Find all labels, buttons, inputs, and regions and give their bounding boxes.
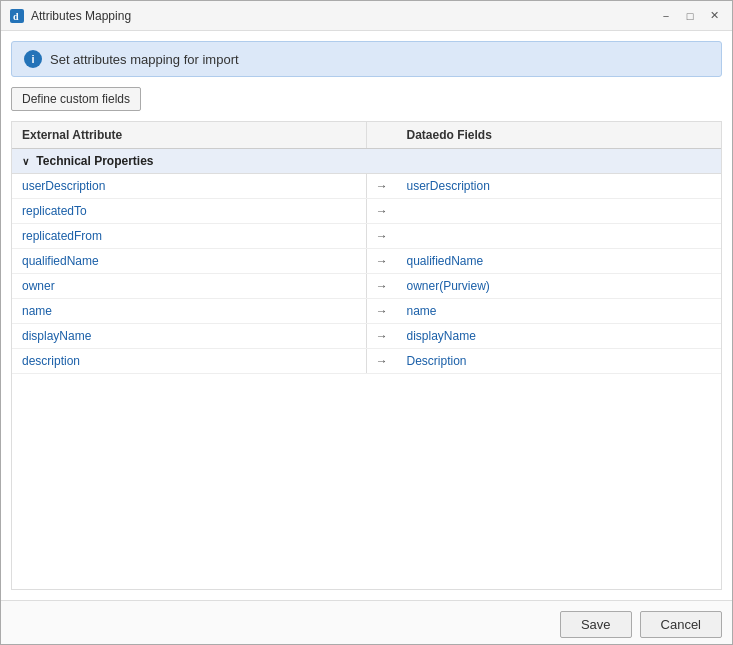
external-attribute-cell[interactable]: userDescription bbox=[12, 174, 367, 199]
app-icon: d bbox=[9, 8, 25, 24]
table-row: name→name bbox=[12, 299, 721, 324]
info-banner: i Set attributes mapping for import bbox=[11, 41, 722, 77]
dataedo-field-cell[interactable]: owner(Purview) bbox=[397, 274, 722, 299]
external-attribute-cell[interactable]: qualifiedName bbox=[12, 249, 367, 274]
table-row: displayName→displayName bbox=[12, 324, 721, 349]
table-row: description→Description bbox=[12, 349, 721, 374]
footer: Save Cancel bbox=[1, 600, 732, 644]
table-row: replicatedTo→ bbox=[12, 199, 721, 224]
minimize-button[interactable]: − bbox=[656, 6, 676, 26]
col-header-external: External Attribute bbox=[12, 122, 367, 149]
section-header-cell: ∨ Technical Properties bbox=[12, 149, 721, 174]
external-attribute-cell[interactable]: replicatedFrom bbox=[12, 224, 367, 249]
define-custom-fields-button[interactable]: Define custom fields bbox=[11, 87, 141, 111]
col-header-dataedo: Dataedo Fields bbox=[397, 122, 722, 149]
chevron-icon: ∨ bbox=[22, 156, 29, 167]
dataedo-field-cell[interactable]: name bbox=[397, 299, 722, 324]
arrow-icon: → bbox=[367, 349, 397, 374]
table-row: qualifiedName→qualifiedName bbox=[12, 249, 721, 274]
arrow-icon: → bbox=[367, 274, 397, 299]
arrow-icon: → bbox=[367, 324, 397, 349]
external-attribute-cell[interactable]: name bbox=[12, 299, 367, 324]
svg-text:d: d bbox=[13, 11, 19, 22]
external-attribute-cell[interactable]: description bbox=[12, 349, 367, 374]
attributes-table-container: External Attribute Dataedo Fields ∨ Tech… bbox=[11, 121, 722, 590]
dataedo-field-cell[interactable]: userDescription bbox=[397, 174, 722, 199]
table-header-row: External Attribute Dataedo Fields bbox=[12, 122, 721, 149]
cancel-button[interactable]: Cancel bbox=[640, 611, 722, 638]
external-attribute-cell[interactable]: replicatedTo bbox=[12, 199, 367, 224]
maximize-button[interactable]: □ bbox=[680, 6, 700, 26]
main-window: d Attributes Mapping − □ ✕ i Set attribu… bbox=[0, 0, 733, 645]
title-bar: d Attributes Mapping − □ ✕ bbox=[1, 1, 732, 31]
dataedo-field-cell[interactable]: Description bbox=[397, 349, 722, 374]
window-controls: − □ ✕ bbox=[656, 6, 724, 26]
arrow-icon: → bbox=[367, 299, 397, 324]
dataedo-field-cell[interactable] bbox=[397, 199, 722, 224]
arrow-icon: → bbox=[367, 224, 397, 249]
info-icon: i bbox=[24, 50, 42, 68]
save-button[interactable]: Save bbox=[560, 611, 632, 638]
window-title: Attributes Mapping bbox=[31, 9, 656, 23]
external-attribute-cell[interactable]: displayName bbox=[12, 324, 367, 349]
external-attribute-cell[interactable]: owner bbox=[12, 274, 367, 299]
section-label: Technical Properties bbox=[36, 154, 153, 168]
close-button[interactable]: ✕ bbox=[704, 6, 724, 26]
section-header-row: ∨ Technical Properties bbox=[12, 149, 721, 174]
banner-text: Set attributes mapping for import bbox=[50, 52, 239, 67]
col-header-arrow bbox=[367, 122, 397, 149]
attributes-table: External Attribute Dataedo Fields ∨ Tech… bbox=[12, 122, 721, 374]
dataedo-field-cell[interactable]: qualifiedName bbox=[397, 249, 722, 274]
content-area: i Set attributes mapping for import Defi… bbox=[1, 31, 732, 600]
arrow-icon: → bbox=[367, 199, 397, 224]
table-row: replicatedFrom→ bbox=[12, 224, 721, 249]
arrow-icon: → bbox=[367, 174, 397, 199]
table-row: owner→owner(Purview) bbox=[12, 274, 721, 299]
table-row: userDescription→userDescription bbox=[12, 174, 721, 199]
dataedo-field-cell[interactable]: displayName bbox=[397, 324, 722, 349]
dataedo-field-cell[interactable] bbox=[397, 224, 722, 249]
arrow-icon: → bbox=[367, 249, 397, 274]
